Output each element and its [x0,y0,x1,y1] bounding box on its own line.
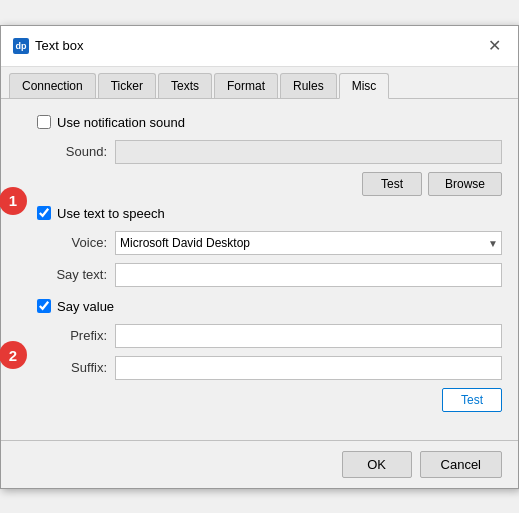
notification-sound-label: Use notification sound [57,115,185,130]
tab-connection[interactable]: Connection [9,73,96,98]
dialog-window: dp Text box ✕ Connection Ticker Texts Fo… [0,25,519,489]
section-notification: 1 Use notification sound Sound: Test Bro… [17,115,502,287]
suffix-label: Suffix: [37,360,107,375]
section-say-value: 2 Say value Prefix: Suffix: Test [17,299,502,412]
say-value-btn-row: Test [37,388,502,412]
voice-select-wrapper: Microsoft David Desktop Microsoft Zira D… [115,231,502,255]
tts-label: Use text to speech [57,206,165,221]
ok-button[interactable]: OK [342,451,412,478]
tab-ticker[interactable]: Ticker [98,73,156,98]
tab-rules[interactable]: Rules [280,73,337,98]
badge-1: 1 [0,187,27,215]
notification-sound-checkbox[interactable] [37,115,51,129]
say-value-checkbox[interactable] [37,299,51,313]
tts-row: Use text to speech [37,206,502,221]
prefix-row: Prefix: [37,324,502,348]
tab-bar: Connection Ticker Texts Format Rules Mis… [1,67,518,99]
sound-input[interactable] [115,140,502,164]
title-left: dp Text box [13,38,83,54]
say-value-test-button[interactable]: Test [442,388,502,412]
say-text-input[interactable] [115,263,502,287]
dialog-footer: OK Cancel [1,440,518,488]
tab-texts[interactable]: Texts [158,73,212,98]
browse-button[interactable]: Browse [428,172,502,196]
close-button[interactable]: ✕ [482,34,506,58]
window-title: Text box [35,38,83,53]
say-text-row: Say text: [37,263,502,287]
notification-sound-row: Use notification sound [37,115,502,130]
cancel-button[interactable]: Cancel [420,451,502,478]
say-value-label: Say value [57,299,114,314]
voice-select[interactable]: Microsoft David Desktop Microsoft Zira D… [115,231,502,255]
sound-label: Sound: [37,144,107,159]
title-bar: dp Text box ✕ [1,26,518,67]
sound-test-button[interactable]: Test [362,172,422,196]
prefix-label: Prefix: [37,328,107,343]
voice-row: Voice: Microsoft David Desktop Microsoft… [37,231,502,255]
say-text-label: Say text: [37,267,107,282]
prefix-input[interactable] [115,324,502,348]
voice-label: Voice: [37,235,107,250]
tab-content: 1 Use notification sound Sound: Test Bro… [1,99,518,440]
tts-checkbox[interactable] [37,206,51,220]
badge-2: 2 [0,341,27,369]
app-icon: dp [13,38,29,54]
sound-btn-row: Test Browse [37,172,502,196]
say-value-row: Say value [37,299,502,314]
tab-format[interactable]: Format [214,73,278,98]
suffix-row: Suffix: [37,356,502,380]
sound-row: Sound: [37,140,502,164]
tab-misc[interactable]: Misc [339,73,390,99]
suffix-input[interactable] [115,356,502,380]
